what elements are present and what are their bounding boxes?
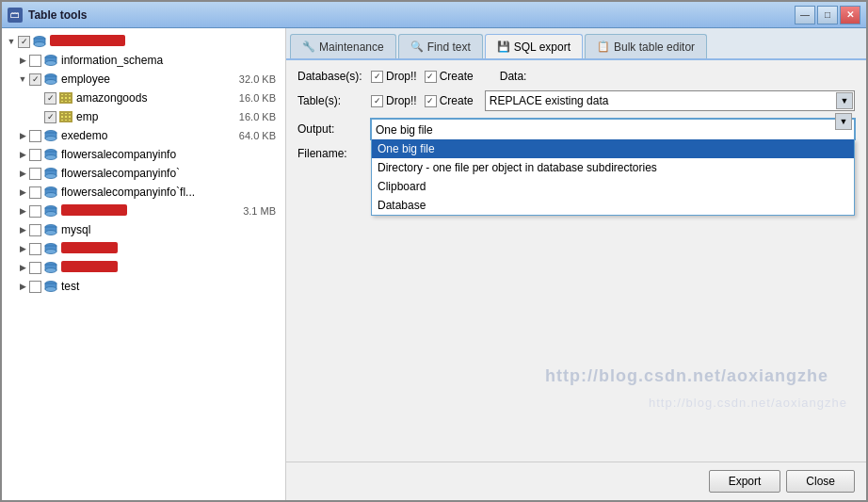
tree-item-flowersale3[interactable]: ▶ flowersalecompanyinfo`fl... bbox=[2, 183, 285, 202]
tree-item-size-redacted1: 3.1 MB bbox=[243, 205, 281, 217]
tree-checkbox-employee[interactable] bbox=[29, 73, 41, 86]
expand-icon[interactable]: ▶ bbox=[17, 55, 28, 66]
tree-checkbox-info-schema[interactable] bbox=[29, 55, 41, 67]
redacted-bar bbox=[61, 261, 118, 272]
tree-item-info-schema[interactable]: ▶ information_schema bbox=[2, 51, 285, 70]
tree-checkbox-flowersale3[interactable] bbox=[29, 186, 41, 199]
tree-item-redacted2[interactable]: ▶ bbox=[2, 239, 285, 258]
db-icon bbox=[43, 204, 58, 218]
tree-item-label-flowersale1: flowersalecompanyinfo bbox=[61, 148, 281, 161]
expand-icon[interactable] bbox=[32, 92, 43, 104]
tree-checkbox-exedemo[interactable] bbox=[29, 130, 41, 142]
minimize-button[interactable]: — bbox=[795, 6, 815, 24]
tree-item-mysql[interactable]: ▶ mysql bbox=[2, 220, 285, 239]
svg-point-8 bbox=[45, 80, 56, 85]
window-title: Table tools bbox=[28, 8, 795, 22]
db-icon bbox=[43, 280, 58, 293]
db-icon bbox=[43, 148, 58, 161]
expand-icon[interactable]: ▶ bbox=[17, 281, 28, 292]
tree-checkbox-redacted2[interactable] bbox=[29, 243, 41, 255]
tree-item-redacted1[interactable]: ▶ 3.1 MB bbox=[2, 202, 285, 220]
dropdown-option-database[interactable]: Database bbox=[372, 196, 854, 215]
tree-item-exedemo[interactable]: ▶ exedemo 64.0 KB bbox=[2, 126, 285, 145]
tree-checkbox-flowersale2[interactable] bbox=[29, 168, 41, 180]
export-button[interactable]: Export bbox=[709, 470, 781, 493]
dropdown-option-one-big-file[interactable]: One big file bbox=[372, 139, 854, 158]
tree-item-size-emp: 16.0 KB bbox=[239, 111, 281, 122]
create-db-checkbox[interactable] bbox=[425, 71, 437, 83]
watermark-primary: http://blog.csdn.net/aoxiangzhe bbox=[545, 366, 828, 386]
db-icon bbox=[43, 242, 58, 255]
tree-checkbox-flowersale1[interactable] bbox=[29, 149, 41, 161]
window-close-button[interactable]: ✕ bbox=[840, 6, 860, 24]
tree-item-flowersale1[interactable]: ▶ flowersalecompanyinfo bbox=[2, 145, 285, 164]
tree-item-test[interactable]: ▶ test bbox=[2, 277, 285, 296]
drop-table-checkbox-label[interactable]: Drop!! bbox=[371, 94, 417, 107]
expand-icon[interactable]: ▶ bbox=[17, 149, 28, 160]
tree-checkbox-root[interactable] bbox=[18, 36, 30, 48]
tree-checkbox-mysql[interactable] bbox=[29, 224, 41, 236]
tree-item-emp[interactable]: emp 16.0 KB bbox=[2, 107, 285, 126]
tree-checkbox-emp[interactable] bbox=[44, 111, 56, 123]
maximize-button[interactable]: □ bbox=[817, 6, 838, 24]
db-icon bbox=[43, 261, 58, 274]
create-table-checkbox-label[interactable]: Create bbox=[425, 94, 474, 107]
create-table-checkbox[interactable] bbox=[425, 95, 437, 107]
right-panel: 🔧 Maintenance 🔍 Find text 💾 SQL export 📋… bbox=[286, 28, 866, 500]
tree-item-amazongoods[interactable]: amazongoods 16.0 KB bbox=[2, 89, 285, 107]
output-dropdown-container[interactable]: One big file ▼ One big file Directory - … bbox=[371, 119, 855, 139]
tree-item-label-test: test bbox=[61, 280, 281, 293]
expand-icon[interactable]: ▶ bbox=[17, 243, 28, 254]
drop-db-checkbox[interactable] bbox=[371, 71, 383, 83]
output-dropdown[interactable]: One big file ▼ bbox=[371, 119, 855, 139]
expand-icon[interactable]: ▼ bbox=[17, 73, 28, 85]
expand-icon[interactable]: ▶ bbox=[17, 205, 28, 217]
drop-table-label: Drop!! bbox=[386, 94, 417, 107]
data-label: Data: bbox=[500, 70, 527, 83]
window-icon: 🗃 bbox=[8, 8, 23, 23]
db-icon bbox=[43, 129, 58, 142]
drop-table-checkbox[interactable] bbox=[371, 95, 383, 107]
expand-icon[interactable] bbox=[32, 111, 43, 122]
tree-item-redacted3[interactable]: ▶ bbox=[2, 258, 285, 277]
db-icon bbox=[43, 167, 58, 180]
expand-icon[interactable]: ▶ bbox=[17, 130, 28, 141]
expand-icon[interactable]: ▶ bbox=[17, 168, 28, 179]
main-content: ▼ ▶ information_schema ▼ bbox=[2, 28, 866, 500]
tab-find-text-label: Find text bbox=[427, 40, 471, 54]
tree-item-size-employee: 32.0 KB bbox=[239, 73, 281, 85]
drop-db-checkbox-label[interactable]: Drop!! bbox=[371, 70, 417, 83]
output-dropdown-value: One big file bbox=[376, 123, 433, 137]
tab-sql-export-label: SQL export bbox=[514, 40, 571, 54]
dropdown-option-clipboard[interactable]: Clipboard bbox=[372, 177, 854, 196]
expand-icon[interactable]: ▶ bbox=[17, 224, 28, 235]
db-icon bbox=[43, 73, 58, 86]
svg-point-35 bbox=[45, 287, 56, 292]
tree-item-root[interactable]: ▼ bbox=[2, 32, 285, 51]
tab-sql-export[interactable]: 💾 SQL export bbox=[485, 34, 583, 58]
tab-find-text[interactable]: 🔍 Find text bbox=[398, 34, 483, 58]
data-dropdown-container[interactable]: REPLACE existing data ▼ bbox=[485, 90, 855, 111]
close-button[interactable]: Close bbox=[786, 470, 855, 493]
bulk-editor-icon: 📋 bbox=[597, 40, 610, 53]
expand-icon[interactable]: ▼ bbox=[6, 36, 17, 47]
tree-item-flowersale2[interactable]: ▶ flowersalecompanyinfo` bbox=[2, 164, 285, 183]
tab-maintenance[interactable]: 🔧 Maintenance bbox=[290, 34, 396, 58]
watermark-secondary: http://blog.csdn.net/aoxiangzhe bbox=[649, 396, 847, 410]
output-dropdown-list[interactable]: One big file Directory - one file per ob… bbox=[371, 139, 855, 216]
tree-item-employee[interactable]: ▼ employee 32.0 KB bbox=[2, 70, 285, 89]
tree-checkbox-test[interactable] bbox=[29, 281, 41, 293]
tree-item-label-employee: employee bbox=[61, 73, 239, 86]
create-db-checkbox-label[interactable]: Create bbox=[425, 70, 474, 83]
expand-icon[interactable]: ▶ bbox=[17, 186, 28, 198]
tab-bulk-editor[interactable]: 📋 Bulk table editor bbox=[585, 34, 707, 58]
expand-icon[interactable]: ▶ bbox=[17, 262, 28, 273]
svg-point-20 bbox=[45, 193, 56, 198]
data-dropdown[interactable]: REPLACE existing data bbox=[485, 90, 855, 111]
tree-item-label-redacted2 bbox=[61, 242, 281, 256]
dropdown-option-directory[interactable]: Directory - one file per object in datab… bbox=[372, 158, 854, 177]
tree-checkbox-redacted1[interactable] bbox=[29, 205, 41, 218]
tree-panel[interactable]: ▼ ▶ information_schema ▼ bbox=[2, 28, 286, 500]
tree-checkbox-amazongoods[interactable] bbox=[44, 92, 56, 105]
tree-checkbox-redacted3[interactable] bbox=[29, 262, 41, 274]
